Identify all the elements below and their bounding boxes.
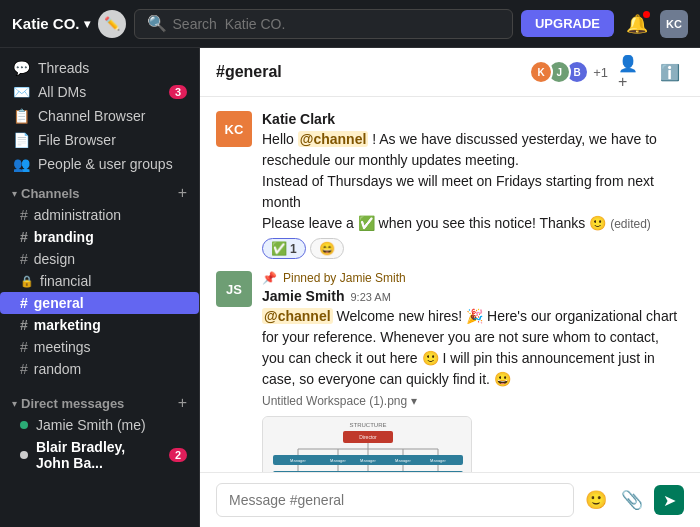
sidebar-item-all-dms[interactable]: ✉️ All DMs 3: [0, 80, 199, 104]
header-avatars: K J B +1: [535, 60, 608, 84]
reaction-count-1: 1: [290, 242, 297, 256]
channel-name-general: general: [34, 295, 84, 311]
message-2-avatar: JS: [216, 271, 252, 307]
chat-header: #general K J B +1 👤+ ℹ️: [200, 48, 700, 97]
message-1-text: Hello @channel ! As we have discussed ye…: [262, 129, 684, 171]
all-dms-icon: ✉️: [12, 84, 30, 100]
workspace-name[interactable]: Katie CO. ▾: [12, 15, 90, 32]
sidebar: 💬 Threads ✉️ All DMs 3 📋 Channel Browser…: [0, 48, 200, 527]
dms-section-label: Direct messages: [21, 396, 178, 411]
channels-chevron-icon: ▾: [12, 188, 17, 199]
attachment-label[interactable]: Untitled Workspace (1).png ▾: [262, 394, 684, 408]
channel-name-branding: branding: [34, 229, 94, 245]
info-button[interactable]: ℹ️: [656, 58, 684, 86]
message-1-avatar: KC: [216, 111, 252, 147]
dropdown-arrow-icon: ▾: [411, 394, 417, 408]
message-1-line3: Please leave a ✅ when you see this notic…: [262, 213, 684, 234]
channel-item-financial[interactable]: 🔒 financial: [0, 270, 199, 292]
sidebar-item-channel-browser[interactable]: 📋 Channel Browser: [0, 104, 199, 128]
search-input[interactable]: [173, 16, 500, 32]
sidebar-item-threads-label: Threads: [38, 60, 89, 76]
input-area: 🙂 📎 ➤: [200, 472, 700, 527]
add-member-button[interactable]: 👤+: [618, 58, 646, 86]
sidebar-item-people-groups[interactable]: 👥 People & user groups: [0, 152, 199, 176]
message-1-body: Katie Clark Hello @channel ! As we have …: [262, 111, 684, 259]
app-container: Katie CO. ▾ ✏️ 🔍 UPGRADE 🔔 KC 💬 Threads: [0, 0, 700, 527]
edit-button[interactable]: ✏️: [98, 10, 126, 38]
org-chart-svg: STRUCTURE Director: [263, 417, 472, 472]
channel-browser-icon: 📋: [12, 108, 30, 124]
channels-list: # administration # branding # design 🔒 f…: [0, 204, 199, 380]
add-dm-button[interactable]: +: [178, 394, 187, 412]
hash-icon: #: [20, 251, 28, 267]
channel-name-meetings: meetings: [34, 339, 91, 355]
dm-item-blair[interactable]: Blair Bradley, John Ba... 2: [0, 436, 199, 474]
channel-name-marketing: marketing: [34, 317, 101, 333]
message-1-header: Katie Clark: [262, 111, 684, 127]
search-bar[interactable]: 🔍: [134, 9, 513, 39]
message-1-author: Katie Clark: [262, 111, 335, 127]
upgrade-button[interactable]: UPGRADE: [521, 10, 614, 37]
message-2-text: @channel Welcome new hires! 🎉 Here's our…: [262, 306, 684, 390]
svg-text:Manager: Manager: [395, 458, 411, 463]
threads-icon: 💬: [12, 60, 30, 76]
message-2-body: 📌 Pinned by Jamie Smith Jamie Smith 9:23…: [262, 271, 684, 472]
svg-text:Director: Director: [359, 434, 377, 440]
channel-item-meetings[interactable]: # meetings: [0, 336, 199, 358]
svg-text:STRUCTURE: STRUCTURE: [350, 422, 387, 428]
hash-icon: #: [20, 295, 28, 311]
dms-list: Jamie Smith (me) Blair Bradley, John Ba.…: [0, 414, 199, 474]
channels-section-label: Channels: [21, 186, 178, 201]
message-1: KC Katie Clark Hello @channel ! As we ha…: [200, 105, 700, 265]
add-channel-button[interactable]: +: [178, 184, 187, 202]
hash-icon: #: [20, 361, 28, 377]
people-groups-icon: 👥: [12, 156, 30, 172]
pin-icon: 📌: [262, 271, 277, 285]
top-bar: Katie CO. ▾ ✏️ 🔍 UPGRADE 🔔 KC: [0, 0, 700, 48]
emoji-button[interactable]: 🙂: [582, 486, 610, 514]
hash-icon: #: [20, 339, 28, 355]
sidebar-item-file-browser[interactable]: 📄 File Browser: [0, 128, 199, 152]
svg-text:Manager: Manager: [290, 458, 306, 463]
svg-rect-30: [413, 471, 463, 472]
attach-button[interactable]: 📎: [618, 486, 646, 514]
notification-dot: [643, 11, 650, 18]
dm-item-jamie[interactable]: Jamie Smith (me): [0, 414, 199, 436]
send-button[interactable]: ➤: [654, 485, 684, 515]
main-area: 💬 Threads ✉️ All DMs 3 📋 Channel Browser…: [0, 48, 700, 527]
channels-section-header[interactable]: ▾ Channels +: [0, 176, 199, 204]
sidebar-item-threads[interactable]: 💬 Threads: [0, 56, 199, 80]
mention-channel-2: @channel: [262, 308, 333, 324]
dms-section-header[interactable]: ▾ Direct messages +: [0, 386, 199, 414]
dm-name-blair: Blair Bradley, John Ba...: [36, 439, 161, 471]
mention-channel: @channel: [298, 131, 369, 147]
offline-indicator: [20, 451, 28, 459]
messages-area: KC Katie Clark Hello @channel ! As we ha…: [200, 97, 700, 472]
user-avatar[interactable]: KC: [660, 10, 688, 38]
search-icon: 🔍: [147, 14, 167, 33]
message-2-header: Jamie Smith 9:23 AM: [262, 288, 684, 304]
message-input[interactable]: [216, 483, 574, 517]
channel-item-branding[interactable]: # branding: [0, 226, 199, 248]
channel-item-design[interactable]: # design: [0, 248, 199, 270]
org-chart-image: STRUCTURE Director: [262, 416, 472, 472]
channel-item-random[interactable]: # random: [0, 358, 199, 380]
channel-item-general[interactable]: # general: [0, 292, 199, 314]
channel-item-administration[interactable]: # administration: [0, 204, 199, 226]
chat-area: #general K J B +1 👤+ ℹ️ KC Katie Clar: [200, 48, 700, 527]
hash-icon: #: [20, 207, 28, 223]
dm-name-jamie: Jamie Smith (me): [36, 417, 146, 433]
notifications-button[interactable]: 🔔: [622, 9, 652, 39]
channel-name-design: design: [34, 251, 75, 267]
channel-name-random: random: [34, 361, 81, 377]
reaction-smile[interactable]: 😄: [310, 238, 344, 259]
channel-item-marketing[interactable]: # marketing: [0, 314, 199, 336]
svg-text:Manager: Manager: [330, 458, 346, 463]
svg-text:Manager: Manager: [430, 458, 446, 463]
pinned-label: 📌 Pinned by Jamie Smith: [262, 271, 684, 285]
workspace-chevron-icon: ▾: [84, 17, 90, 31]
message-2-time: 9:23 AM: [350, 291, 390, 303]
lock-icon: 🔒: [20, 275, 34, 288]
reaction-checkmark[interactable]: ✅ 1: [262, 238, 306, 259]
svg-text:Manager: Manager: [360, 458, 376, 463]
